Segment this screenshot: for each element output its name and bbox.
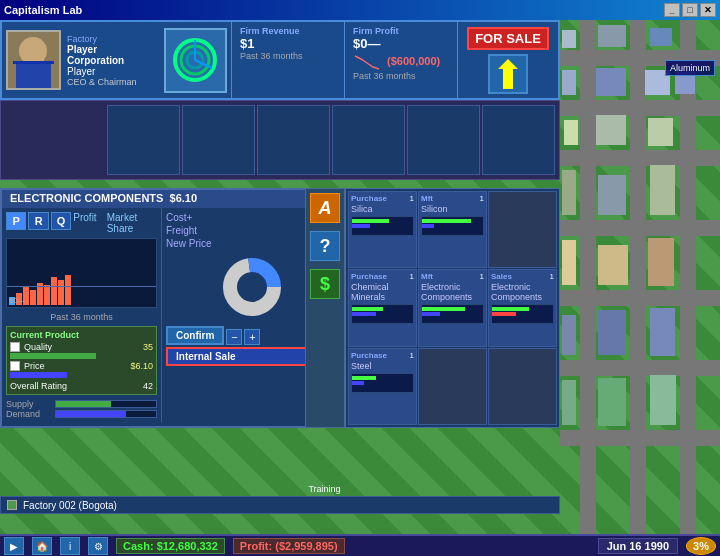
pp-bar-area-1 [421,216,484,236]
pp-num-3: 1 [410,272,414,281]
product-panels: Purchase 1 Silica Mft 1 Silicon Purchase… [345,188,560,428]
pp-header-5: Sales 1 [491,272,554,281]
thumb-2[interactable] [107,105,180,175]
profit-label: Profit: [240,540,272,552]
tab-p[interactable]: P [6,212,26,230]
svg-marker-11 [498,59,518,89]
pp-name-3: Chemical Minerals [351,282,414,302]
statusbar: ▶ 🏠 i ⚙ Cash: $12,680,332 Profit: ($2,95… [0,534,720,556]
minimize-button[interactable]: _ [664,3,680,17]
supply-demand: Supply Demand [6,399,157,419]
cash-value: $12,680,332 [157,540,218,552]
side-icon-question[interactable]: ? [310,231,340,261]
prq-tabs: P R Q Profit Market Share [6,212,157,234]
pp-bar-1b [422,224,434,228]
close-button[interactable]: ✕ [700,3,716,17]
price-checkbox[interactable] [10,361,20,371]
building [598,175,626,215]
factory-panel-header: ELECTRONIC COMPONENTS $6.10 [2,190,343,208]
pp-type-5: Sales [491,272,512,281]
donut-chart [220,255,285,320]
supply-label: Supply [6,399,51,409]
status-icon-2[interactable]: 🏠 [32,537,52,555]
firm-profit-period: Past 36 months [353,71,449,81]
quality-value: 35 [143,342,153,352]
status-icon-info[interactable]: i [60,537,80,555]
side-icon-a[interactable]: A [310,193,340,223]
titlebar-title: Capitalism Lab [4,4,82,16]
arrows-box [488,54,528,94]
past-period-label: Past 36 months [6,312,157,322]
increment-button[interactable]: + [244,329,260,345]
product-panel-3[interactable]: Purchase 1 Chemical Minerals [348,269,417,346]
product-panel-8[interactable] [488,348,557,425]
product-panel-4[interactable]: Mft 1 Electronic Components [418,269,487,346]
profit-display: Profit: ($2,959,895) [233,538,345,554]
pp-header-4: Mft 1 [421,272,484,281]
status-icon-3[interactable]: ⚙ [88,537,108,555]
percent-display: 3% [686,537,716,555]
factory-name: Factory 002 (Bogota) [23,500,117,511]
building [596,115,626,145]
firm-profit-value: $0— [353,36,449,51]
pp-bar-area-3 [351,304,414,324]
product-panel-6[interactable]: Purchase 1 Steel [348,348,417,425]
cost-label: Cost+ [166,212,192,223]
pp-type-1: Mft [421,194,433,203]
donut-chart-wrapper [220,255,285,320]
bar [30,290,36,305]
building [650,165,675,215]
building [562,380,576,425]
demand-row: Demand [6,409,157,419]
tab-r[interactable]: R [28,212,48,230]
pp-bar-4b [422,312,440,316]
overall-rating: Overall Rating 42 [10,381,153,391]
date-display: Jun 16 1990 [598,538,678,554]
svg-point-3 [25,43,41,59]
cash-display: Cash: $12,680,332 [116,538,225,554]
building [562,315,576,355]
profit-chart-area: $0— [6,238,157,308]
pp-header-1: Mft 1 [421,194,484,203]
firm-revenue-value: $1 [240,36,336,51]
cash-label: Cash: [123,540,154,552]
building [650,28,672,46]
aluminum-sign: Aluminum [665,60,715,76]
pp-type-0: Purchase [351,194,387,203]
factory-checkbox[interactable] [7,500,17,510]
thumb-6[interactable] [407,105,480,175]
supply-row: Supply [6,399,157,409]
thumb-3[interactable] [182,105,255,175]
bar [65,275,71,305]
player-info: Factory Player Corporation Player CEO & … [2,22,232,98]
product-panel-1[interactable]: Mft 1 Silicon [418,191,487,268]
thumb-4[interactable] [257,105,330,175]
pp-num-0: 1 [410,194,414,203]
product-panel-0[interactable]: Purchase 1 Silica [348,191,417,268]
side-icon-dollar[interactable]: $ [310,269,340,299]
product-panel-7[interactable] [418,348,487,425]
maximize-button[interactable]: □ [682,3,698,17]
thumb-7[interactable] [482,105,555,175]
decrement-button[interactable]: − [226,329,242,345]
pp-bar-area-0 [351,216,414,236]
tab-q[interactable]: Q [51,212,71,230]
player-name: Player [67,66,154,77]
price-bar [10,372,67,378]
pp-bar-6b [352,381,364,385]
quality-checkbox[interactable] [10,342,20,352]
pp-name-1: Silicon [421,204,484,214]
firm-revenue-label: Firm Revenue [240,26,336,36]
product-panel-2[interactable] [488,191,557,268]
status-icon-1[interactable]: ▶ [4,537,24,555]
profit-value: ($2,959,895) [275,540,337,552]
chart-zero-line [7,286,156,287]
product-panel-5[interactable]: Sales 1 Electronic Components [488,269,557,346]
current-product: Current Product Quality 35 Price $6.10 O… [6,326,157,395]
thumb-5[interactable] [332,105,405,175]
svg-rect-5 [13,61,54,64]
stepper-group: − + [226,329,260,345]
new-price-label: New Price [166,238,212,249]
confirm-button[interactable]: Confirm [166,326,224,345]
supply-bar-bg [55,400,157,408]
